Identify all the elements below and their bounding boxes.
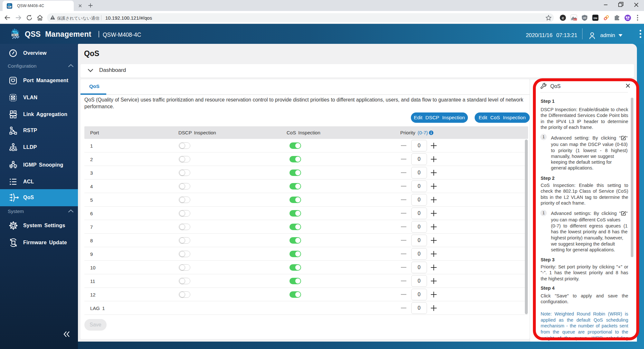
svg-text:UD: UD xyxy=(583,17,586,19)
svg-text:e: e xyxy=(562,15,564,20)
svg-text:NEW: NEW xyxy=(573,19,577,21)
svg-text:DN: DN xyxy=(593,17,597,20)
